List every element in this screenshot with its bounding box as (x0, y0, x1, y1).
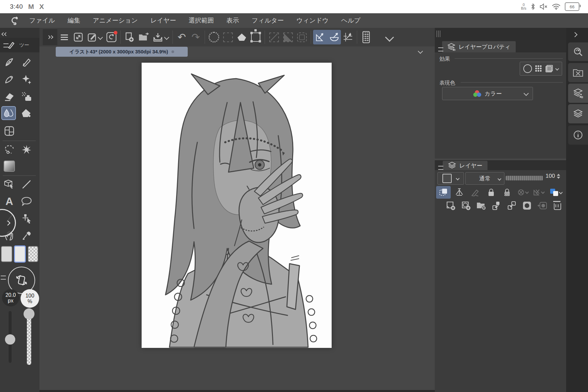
opacity-spinner[interactable] (557, 174, 560, 179)
pencil-tool[interactable] (19, 55, 34, 69)
menu-item-5[interactable]: 表示 (227, 16, 239, 25)
menu-item-3[interactable]: レイヤー (150, 16, 176, 25)
eraser-tool[interactable] (2, 90, 17, 103)
navigator-icon (573, 47, 583, 57)
undo-button[interactable]: ↶ (175, 30, 189, 44)
menu-item-7[interactable]: ウィンドウ (296, 16, 329, 25)
brush-opacity-badge[interactable]: 100% (21, 289, 39, 308)
workspace-resize-button[interactable] (71, 30, 85, 44)
lasso-tool[interactable] (2, 143, 17, 157)
strip-expand-button[interactable] (573, 32, 577, 38)
layer-property-tab-button[interactable] (568, 84, 588, 103)
clip-to-layer-below-button[interactable] (436, 186, 451, 199)
save-icon (153, 33, 163, 42)
deselect-button[interactable] (207, 30, 221, 44)
selection-border-button[interactable] (295, 30, 309, 44)
panel-splitter-grip[interactable] (436, 31, 440, 37)
auto-select-tool[interactable] (19, 143, 34, 157)
pen-mode-button[interactable] (85, 30, 104, 44)
menu-item-0[interactable]: ファイル (29, 16, 55, 25)
layer-opacity-value-box[interactable]: 100 (546, 173, 560, 179)
layers-tab-button[interactable] (568, 104, 588, 123)
reselect-button[interactable] (221, 30, 235, 44)
gradient-tool[interactable] (2, 159, 17, 173)
subview-tab-button[interactable] (568, 63, 588, 82)
main-menu-button[interactable] (57, 30, 71, 44)
palette-color-dropdown[interactable] (437, 172, 464, 185)
companion-mode-button[interactable] (359, 30, 373, 44)
document-tab[interactable]: イラスト43* (2000 x 3000px 350dpi 34.9%) (56, 47, 188, 57)
canvas-page[interactable] (142, 63, 332, 348)
text-tool[interactable]: A (2, 194, 17, 208)
transparent-color-swatch[interactable] (28, 246, 38, 262)
brush-tool[interactable] (2, 72, 17, 86)
figure-tool[interactable] (19, 177, 34, 191)
new-raster-layer-button[interactable] (443, 199, 458, 212)
tone-effect-button[interactable] (535, 65, 542, 72)
blend-tool[interactable] (1, 106, 16, 120)
redo-button[interactable]: ↷ (189, 30, 203, 44)
draft-layer-button[interactable] (468, 186, 483, 199)
subview-folder-icon (573, 68, 583, 77)
snap-to-grid-button[interactable] (341, 30, 355, 44)
ruler-range-button[interactable] (532, 186, 546, 199)
menu-item-6[interactable]: フィルター (252, 16, 284, 25)
menu-item-1[interactable]: 編集 (68, 16, 80, 25)
collapse-toolbar-button[interactable] (382, 30, 396, 44)
object-tool[interactable] (2, 177, 17, 191)
transform-button[interactable] (249, 30, 263, 44)
pen-tool[interactable] (2, 55, 17, 69)
new-canvas-button[interactable] (123, 30, 137, 44)
lock-layer-button[interactable] (484, 186, 498, 199)
chevron-down-icon[interactable] (555, 67, 559, 70)
balloon-tool[interactable] (19, 194, 34, 208)
fill-selection-button[interactable] (235, 30, 249, 44)
open-file-button[interactable] (137, 30, 151, 44)
airbrush-tool[interactable] (19, 90, 34, 103)
invert-selection-button[interactable] (281, 30, 295, 44)
expression-color-dropdown[interactable]: カラー (442, 87, 533, 100)
brush-size-slider-handle[interactable] (5, 334, 15, 345)
tab-layer-properties[interactable]: レイヤープロパティ (442, 41, 516, 52)
reference-layer-button[interactable] (452, 186, 467, 199)
information-tab-button[interactable] (568, 125, 588, 145)
collapse-left-icon[interactable] (2, 31, 7, 37)
menu-item-2[interactable]: アニメーション (93, 16, 138, 25)
tab-list-button[interactable] (419, 48, 422, 54)
sub-color-swatch[interactable] (14, 245, 26, 263)
decoration-tool[interactable] (19, 72, 34, 86)
brush-size-badge[interactable]: 20.0px (2, 289, 19, 306)
main-color-swatch[interactable] (1, 246, 12, 262)
clip-studio-app-button[interactable] (104, 30, 118, 44)
enable-mask-button[interactable] (516, 186, 530, 199)
snap-to-ruler-button[interactable] (313, 30, 327, 44)
pen-tab-icon[interactable] (7, 41, 15, 49)
menu-item-8[interactable]: ヘルプ (341, 16, 360, 25)
brush-opacity-slider-handle[interactable] (24, 308, 34, 319)
layer-color-button[interactable] (546, 65, 553, 72)
blend-mode-dropdown[interactable]: 通常 (465, 172, 504, 185)
border-effect-button[interactable] (523, 64, 532, 73)
layer-opacity-slider[interactable] (506, 176, 543, 180)
apply-mask-button[interactable] (535, 199, 550, 212)
eyedropper-tool[interactable] (19, 229, 34, 243)
merge-to-lower-button[interactable] (504, 199, 519, 212)
layer-palette-color-button[interactable] (548, 186, 565, 199)
transfer-to-lower-button[interactable] (489, 199, 504, 212)
toolbar-expand-button[interactable] (43, 29, 57, 45)
fill-tool[interactable] (19, 106, 34, 120)
snap-to-special-ruler-button[interactable] (327, 30, 341, 44)
delete-layer-button[interactable] (550, 199, 565, 212)
tab-layers[interactable]: レイヤー (443, 161, 488, 170)
create-mask-button[interactable] (520, 199, 534, 212)
clear-selection-button[interactable] (267, 30, 281, 44)
menu-item-4[interactable]: 選択範囲 (189, 16, 214, 25)
frame-border-tool[interactable] (2, 124, 17, 138)
save-button[interactable] (151, 30, 170, 44)
new-folder-button[interactable] (474, 199, 489, 212)
new-vector-layer-button[interactable] (459, 199, 473, 212)
operation-tool[interactable] (19, 212, 34, 226)
navigator-tab-button[interactable] (568, 42, 588, 61)
lock-transparent-button[interactable] (500, 186, 514, 199)
clock: 3:40 (10, 3, 23, 10)
